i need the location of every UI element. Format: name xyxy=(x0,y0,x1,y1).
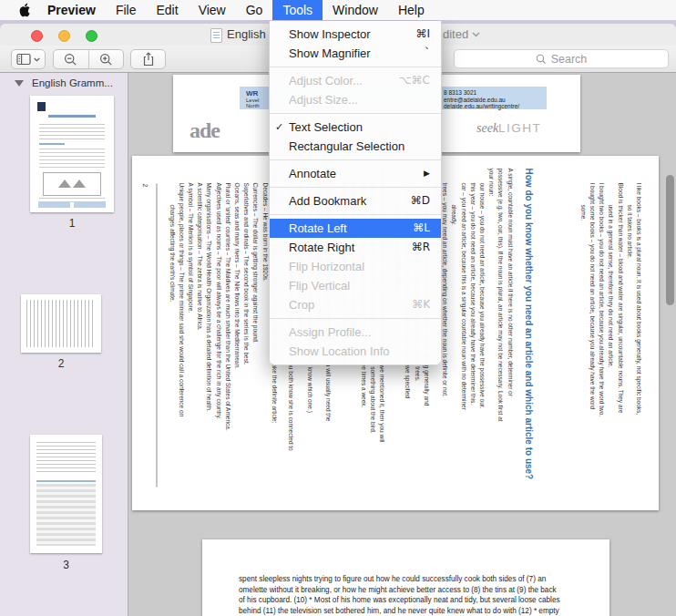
zoom-out-button[interactable] xyxy=(54,50,89,68)
page2-text-line: possessive (e.g. two, our, this). If the… xyxy=(495,168,504,501)
search-icon xyxy=(536,54,547,65)
minimize-button[interactable] xyxy=(58,30,70,42)
menu-shortcut: ⌥⌘C xyxy=(399,71,430,90)
banner-title: WR xyxy=(246,89,258,98)
page2-text-line: this year – you do not need an article, … xyxy=(467,182,476,501)
page2-text-line: Decades – He was born in the 1920s. xyxy=(260,182,269,501)
menu-item-label: Adjust Size... xyxy=(289,90,430,109)
menu-item-label: Flip Horizontal xyxy=(289,257,430,276)
menu-shortcut: ⌘L xyxy=(413,219,430,238)
menu-shortcut: ` xyxy=(425,44,430,63)
page2-text-line: Many organisations – The World Health Or… xyxy=(203,182,212,501)
search-placeholder: Search xyxy=(551,53,588,66)
menu-shortcut: ⌘I xyxy=(415,25,430,44)
menu-item-add-bookmark[interactable]: Add Bookmark⌘D xyxy=(270,191,441,210)
thumbnail-footer-block xyxy=(38,201,70,208)
thumbnail-page-3[interactable] xyxy=(30,435,102,553)
tools-menu: Show Inspector⌘IShow Magnifier`Adjust Co… xyxy=(269,21,442,365)
menu-item-text-selection[interactable]: ✓Text Selection xyxy=(270,118,441,137)
menu-item-show-magnifier[interactable]: Show Magnifier` xyxy=(270,44,441,63)
thumbnail-text-lines xyxy=(36,442,96,475)
menubar-item-edit[interactable]: Edit xyxy=(147,0,189,20)
page2-text-line: Adjectives used as nouns – The poor will… xyxy=(212,182,221,501)
menu-item-label: Show Inspector xyxy=(289,25,415,44)
page2-text-line: your noun: xyxy=(486,168,495,501)
page-number-label: 3 xyxy=(30,559,102,571)
scrollbar-thumb[interactable] xyxy=(666,175,674,305)
menubar-item-preview[interactable]: Preview xyxy=(37,0,106,20)
magnifier-minus-icon xyxy=(64,53,77,67)
menu-item-rotate-left[interactable]: Rotate Left⌘L xyxy=(270,219,441,238)
menu-item-annotate[interactable]: Annotate▶ xyxy=(270,164,441,183)
apple-logo-icon xyxy=(19,3,32,17)
menubar-item-go[interactable]: Go xyxy=(236,0,273,20)
menu-item-adjust-color: Adjust Color...⌥⌘C xyxy=(270,71,441,90)
thumbnail-page-2[interactable] xyxy=(21,294,101,353)
page2-heading: How do you know whether you need an arti… xyxy=(521,168,534,501)
menu-item-label: Rotate Left xyxy=(289,219,413,238)
page2-text-line: already. xyxy=(448,204,457,501)
page2-text-line: A scientific categorisation – The zebra … xyxy=(194,182,203,501)
page2-text-line: A symbol – The Merlion is a symbol of Si… xyxy=(185,182,194,501)
share-icon xyxy=(142,52,155,67)
menu-separator xyxy=(270,113,441,114)
sidebar-document-title: English Gramm... xyxy=(32,77,113,88)
tree-diagram-icon xyxy=(73,180,86,188)
menubar-item-view[interactable]: View xyxy=(189,0,236,20)
page2-text-line: car – you need an article, because this … xyxy=(457,182,466,501)
menu-item-label: Flip Vertical xyxy=(289,276,430,295)
search-input[interactable]: Search xyxy=(454,49,669,68)
thumbnail-text-lines xyxy=(39,124,105,139)
page2-text-line: Superlatives and ordinals – The second b… xyxy=(241,182,250,501)
sidebar-document-group[interactable]: English Gramm... xyxy=(15,77,113,88)
checkmark-icon: ✓ xyxy=(275,118,288,137)
menubar-item-tools[interactable]: Tools xyxy=(272,0,323,20)
menu-item-rotate-right[interactable]: Rotate Right⌘R xyxy=(270,238,441,257)
apple-menu[interactable] xyxy=(19,3,32,17)
menu-item-show-inspector[interactable]: Show Inspector⌘I xyxy=(270,25,441,44)
sidebar-toggle-button[interactable] xyxy=(11,49,46,69)
menu-item-label: Show Magnifier xyxy=(289,44,425,63)
share-button[interactable] xyxy=(130,49,166,69)
menu-separator xyxy=(270,214,441,215)
menu-bar-items: PreviewFileEditViewGoToolsWindowHelp xyxy=(37,0,435,20)
thumbnail-diagram xyxy=(43,172,101,196)
menu-shortcut: ⌘K xyxy=(412,295,430,314)
adelaide-logo: ade xyxy=(189,118,220,143)
zoom-in-button[interactable] xyxy=(89,50,124,68)
page2-text-line: Blood is thicker than water – blood and … xyxy=(614,182,623,501)
page2-text-line: I bought some books – you do not need an… xyxy=(587,182,596,501)
chevron-down-icon xyxy=(34,57,40,62)
thumbnail-title-line xyxy=(48,115,96,118)
submenu-arrow-icon: ▶ xyxy=(424,164,430,183)
thumbnail-page-1[interactable] xyxy=(30,96,114,212)
page2-text-line: used in a general sense, therefore they … xyxy=(605,204,614,501)
menu-shortcut: ⌘R xyxy=(412,238,430,257)
page2-text-line: I bought two books – you do not need an … xyxy=(596,182,605,501)
page2-text-line: Unique people, places or things – The pr… xyxy=(176,182,185,501)
thumbnail-rotated-text xyxy=(26,300,96,347)
page-number-label: 1 xyxy=(30,217,114,230)
chevron-down-icon xyxy=(472,32,480,37)
page3-text-line: spent sleepless nights trying to figure … xyxy=(239,574,560,585)
close-button[interactable] xyxy=(31,30,43,42)
menu-item-rectangular-selection[interactable]: Rectangular Selection xyxy=(270,137,441,156)
menubar-item-file[interactable]: File xyxy=(106,0,147,20)
window-title-edited[interactable]: dited xyxy=(443,24,480,46)
menu-separator xyxy=(270,318,441,319)
page2-text-line: A single, countable noun must have an ar… xyxy=(504,168,513,501)
seeklight-logo: seekLIGHT xyxy=(476,119,541,136)
page3-text-line: omelette without it breaking, or how he … xyxy=(239,585,560,596)
banner-contact-block: 8 8313 3021 entre@adelaide.edu.au delaid… xyxy=(444,89,519,110)
menu-item-label: Adjust Color... xyxy=(289,71,399,90)
menubar-item-help[interactable]: Help xyxy=(388,0,435,20)
menu-item-adjust-size: Adjust Size... xyxy=(270,90,441,109)
thumbnail-footer-block xyxy=(74,201,106,208)
menubar-item-window[interactable]: Window xyxy=(323,0,388,20)
thumbnail-logo xyxy=(37,102,46,111)
zoom-window-button[interactable] xyxy=(86,30,97,42)
page-3: spent sleepless nights trying to figure … xyxy=(202,539,609,616)
menu-item-label: Text Selection xyxy=(289,118,430,137)
menu-item-label: Rotate Right xyxy=(289,238,412,257)
disclosure-triangle-icon[interactable] xyxy=(15,80,24,87)
